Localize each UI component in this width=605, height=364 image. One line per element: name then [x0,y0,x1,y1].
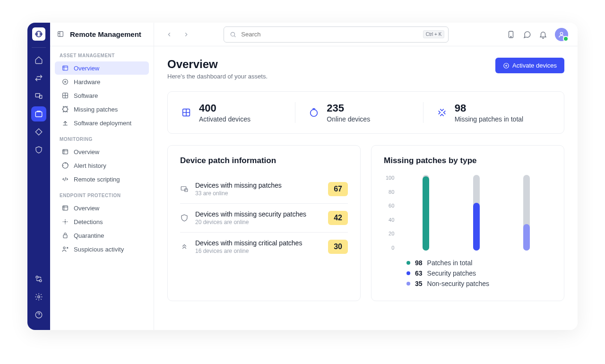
plus-circle-icon [503,62,510,69]
sidebar-item-remote-scripting[interactable]: Remote scripting [55,173,149,186]
svg-rect-13 [63,149,68,154]
changelog-icon[interactable] [507,30,515,39]
stats-card: 400Activated devices235Online devices98M… [167,91,564,134]
rail-tag-icon[interactable] [31,124,46,139]
bar-security-patches [473,175,480,251]
sidebar-item-icon [61,245,69,253]
user-avatar[interactable] [555,28,568,41]
sidebar-item-quarantine[interactable]: Quarantine [55,229,149,242]
sidebar-item-icon [61,232,69,239]
sidebar-item-icon [61,119,69,127]
legend-dot [406,282,410,286]
legend-label: Non-security patches [427,280,490,287]
sidebar-item-suspicious-activity[interactable]: Suspicious activity [55,243,149,256]
sidebar-item-missing-patches[interactable]: Missing patches [55,103,149,116]
patch-count-badge: 67 [328,182,348,196]
sidebar-item-overview[interactable]: Overview [55,61,149,75]
patch-row-icon [180,243,189,251]
bar-non-security-patches [523,175,530,251]
sidebar-item-icon [61,64,69,72]
svg-point-5 [40,280,42,282]
patch-row-sub: 16 devices are online [195,248,321,254]
y-tick: 60 [386,203,394,208]
app-logo [32,27,45,41]
stat-activated-devices: 400Activated devices [181,102,295,123]
sidebar-item-icon [61,105,69,113]
legend-row: 98Patches in total [384,259,552,267]
bell-icon[interactable] [539,30,547,39]
patch-row-title: Devices with missing security patches [195,210,321,218]
nav-rail [27,23,50,330]
stat-value: 98 [455,102,524,114]
sidebar-item-label: Hardware [74,78,100,86]
svg-rect-17 [63,235,67,238]
workspace-title: Remote Management [70,30,141,38]
sidebar-item-icon [61,78,69,86]
sidebar-item-icon [61,204,69,212]
rail-home-icon[interactable] [31,52,46,68]
sidebar-item-label: Software [74,92,98,99]
y-tick: 20 [386,231,394,236]
svg-rect-15 [63,206,68,210]
sidebar-item-software[interactable]: Software [55,89,149,102]
patch-count-badge: 30 [328,240,348,254]
svg-point-11 [65,81,66,83]
rail-transfer-icon[interactable] [31,70,46,86]
rail-shield-icon[interactable] [31,142,46,157]
chart-bars [401,175,552,251]
stat-label: Activated devices [199,115,251,123]
chat-icon[interactable] [523,30,531,39]
chart-legend: 98Patches in total63Security patches35No… [384,259,552,287]
patch-row-icon [180,185,189,193]
sidebar-item-alert-history[interactable]: Alert history [55,159,149,172]
sidebar-item-detections[interactable]: Detections [55,215,149,228]
nav-back-button[interactable] [164,29,175,40]
bar-chart: 100806040200 [384,175,552,251]
chart-title: Missing patches by type [384,156,552,165]
rail-help-icon[interactable] [31,307,46,322]
sidebar-item-hardware[interactable]: Hardware [55,75,149,88]
stat-online-devices: 235Online devices [295,102,423,123]
stat-value: 235 [327,102,370,114]
stat-value: 400 [199,102,251,114]
rail-integrations-icon[interactable] [31,271,46,286]
y-tick: 0 [386,245,394,251]
y-tick: 40 [386,217,394,223]
missing-patches-chart-card: Missing patches by type 100806040200 98P… [371,145,564,301]
content-area: Overview Here's the dashboard of your as… [154,46,578,330]
page-subtitle: Here's the dashboard of your assets. [167,73,268,80]
stat-icon [181,107,191,118]
sidebar-item-label: Missing patches [74,106,118,113]
nav-forward-button[interactable] [181,29,192,40]
svg-point-19 [231,32,235,36]
workspace-icon [57,30,65,39]
rail-settings-icon[interactable] [31,289,46,304]
sidebar-item-overview[interactable]: Overview [55,145,149,158]
sidebar-item-label: Alert history [74,162,106,169]
workspace-header: Remote Management [50,23,154,46]
search-input[interactable] [241,31,418,38]
top-header: Ctrl + K [154,23,578,46]
svg-rect-3 [35,112,42,117]
stat-icon [437,107,447,118]
y-tick: 100 [386,175,394,181]
svg-rect-26 [181,187,186,191]
rail-management-icon[interactable] [31,106,46,121]
user-icon [558,31,565,38]
legend-row: 35Non-security patches [384,280,552,287]
activate-devices-button[interactable]: Activate devices [495,58,564,73]
sidebar-item-software-deployment[interactable]: Software deployment [55,116,149,130]
page-title: Overview [167,58,268,71]
stat-label: Missing patches in total [455,115,524,123]
svg-point-22 [560,32,562,35]
patch-info-card: Device patch information Devices with mi… [167,145,361,301]
sidebar-item-label: Software deployment [74,120,131,127]
sidebar-item-label: Detections [74,218,103,225]
sidebar-item-overview[interactable]: Overview [55,201,149,215]
search-box[interactable]: Ctrl + K [224,26,449,43]
svg-point-16 [65,221,66,223]
rail-devices-icon[interactable] [31,88,46,104]
legend-label: Security patches [427,269,476,277]
legend-row: 63Security patches [384,269,552,277]
patch-row: Devices with missing security patches20 … [180,204,348,233]
